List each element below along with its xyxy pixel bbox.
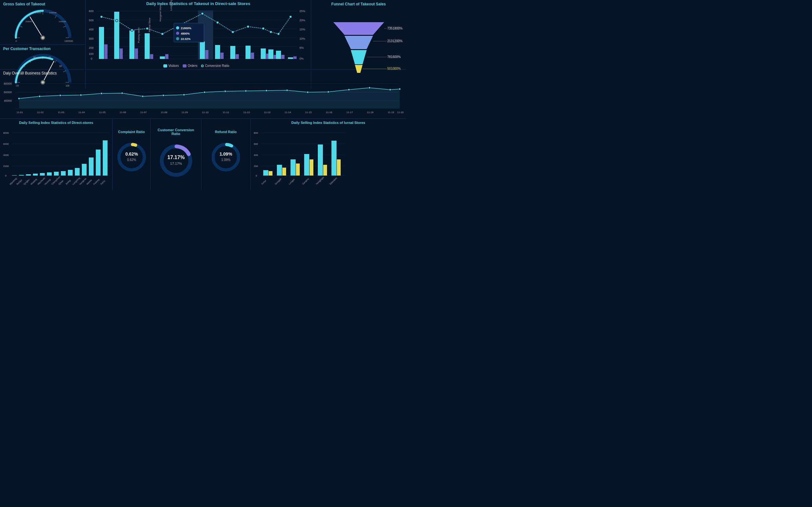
svg-point-87: [247, 25, 249, 28]
complaint-card: Complaint Ratio 0.62% 0.62%: [113, 119, 151, 190]
svg-text:4000: 4000: [3, 154, 9, 157]
gross-sales-gauge: 0 200000 600000 1000000 1200000 1400000: [3, 8, 82, 43]
svg-text:800: 800: [254, 131, 258, 134]
svg-text:11-12: 11-12: [243, 111, 250, 114]
svg-rect-54: [104, 44, 107, 59]
svg-rect-77: [288, 57, 293, 59]
svg-rect-66: [220, 53, 223, 59]
per-customer-title: Per Customer Transaction: [3, 47, 50, 51]
svg-point-150: [389, 89, 391, 91]
legend-orders: Orders: [188, 64, 198, 67]
svg-rect-191: [75, 168, 80, 176]
svg-rect-236: [291, 159, 296, 176]
svg-point-148: [348, 89, 350, 91]
svg-text:5%: 5%: [299, 46, 304, 49]
svg-text:4800%: 4800%: [181, 32, 190, 35]
svg-rect-71: [261, 49, 266, 59]
svg-rect-60: [150, 54, 153, 59]
svg-text:501000%: 501000%: [387, 67, 401, 70]
svg-line-5: [63, 26, 66, 27]
lurnal-stores-card: Daily Selling Index Statistics of lurnal…: [251, 119, 406, 190]
svg-rect-239: [310, 159, 313, 176]
svg-point-135: [80, 94, 82, 96]
svg-text:11-01: 11-01: [16, 111, 23, 114]
svg-line-20: [55, 60, 56, 63]
chart-legend: Visitors Orders Conversion Ratio: [88, 64, 308, 67]
svg-text:1.09%: 1.09%: [221, 158, 230, 162]
svg-point-91: [289, 15, 292, 18]
svg-rect-57: [130, 31, 135, 59]
svg-rect-235: [282, 168, 286, 176]
svg-text:Longming Store: Longming Store: [170, 0, 172, 11]
svg-text:Qingpu: Qingpu: [23, 179, 30, 186]
svg-text:Pudong: Pudong: [93, 178, 100, 186]
svg-point-151: [399, 88, 401, 90]
svg-text:Ganghui: Ganghui: [302, 177, 310, 185]
svg-text:Xuhui: Xuhui: [100, 180, 106, 185]
svg-rect-61: [160, 56, 165, 59]
svg-rect-190: [68, 170, 72, 176]
svg-text:11-09: 11-09: [182, 111, 188, 114]
svg-rect-69: [246, 46, 251, 59]
svg-text:Husong: Husong: [44, 178, 51, 186]
svg-point-218: [213, 145, 239, 170]
svg-text:22.02%: 22.02%: [181, 38, 191, 41]
row1: Gross Sales of Takeout: [0, 0, 406, 70]
svg-rect-193: [89, 158, 94, 176]
legend-conversion: Conversion Ratio: [205, 64, 229, 67]
svg-rect-240: [318, 145, 323, 176]
svg-point-110: [176, 37, 179, 40]
svg-point-79: [100, 15, 103, 18]
svg-rect-62: [165, 54, 168, 59]
svg-text:300: 300: [89, 37, 94, 40]
svg-text:600: 600: [254, 143, 258, 146]
svg-text:1000000: 1000000: [49, 12, 57, 14]
svg-point-144: [265, 90, 267, 92]
svg-text:25%: 25%: [299, 9, 305, 13]
svg-rect-237: [296, 164, 300, 176]
svg-text:Maoming: Maoming: [9, 177, 17, 185]
svg-rect-243: [337, 159, 341, 176]
svg-point-146: [307, 91, 309, 93]
svg-rect-65: [215, 45, 220, 59]
svg-text:11-19: 11-19: [388, 111, 394, 114]
svg-text:80: 80: [59, 65, 62, 67]
svg-point-137: [121, 92, 123, 94]
refund-card: Refund Ratio 1.09% 1.09%: [201, 119, 251, 190]
svg-point-140: [183, 94, 185, 96]
svg-rect-241: [323, 165, 327, 176]
svg-text:Longpo: Longpo: [288, 178, 295, 185]
direct-stores-card: Daily Selling Index Statistics of Direct…: [0, 119, 113, 190]
svg-text:Pudong Store: Pudong Store: [137, 27, 140, 43]
svg-text:Xuhui: Xuhui: [261, 179, 266, 185]
svg-rect-184: [26, 174, 31, 176]
svg-text:40: 40: [33, 56, 36, 58]
svg-rect-73: [268, 49, 273, 59]
svg-point-83: [161, 33, 164, 35]
svg-text:Jiuting: Jiuting: [65, 179, 71, 185]
svg-point-141: [204, 91, 206, 93]
svg-text:Wujiang: Wujiang: [30, 178, 38, 186]
svg-marker-131: [19, 88, 400, 108]
svg-text:8000: 8000: [3, 131, 9, 134]
svg-text:11-03: 11-03: [58, 111, 64, 114]
svg-text:0%: 0%: [299, 57, 304, 60]
svg-point-86: [232, 31, 234, 33]
svg-rect-53: [99, 27, 104, 59]
svg-text:Nangjinglu: Nangjinglu: [315, 176, 324, 185]
svg-text:80000: 80000: [4, 82, 12, 85]
svg-text:400: 400: [254, 154, 258, 157]
svg-point-145: [286, 89, 288, 91]
svg-text:0: 0: [91, 57, 92, 60]
svg-text:200: 200: [254, 165, 258, 168]
svg-text:20%: 20%: [299, 19, 305, 22]
svg-text:11-15: 11-15: [305, 111, 312, 114]
direct-stores-title: Daily Selling Index Statistics of Direct…: [3, 121, 110, 124]
svg-point-143: [245, 90, 247, 92]
svg-rect-63: [200, 42, 205, 59]
svg-point-85: [216, 21, 219, 24]
conversion-title: Customer Conversion Ratio: [153, 128, 199, 135]
conversion-card: Customer Conversion Ratio 17.17% 17.17%: [151, 119, 201, 190]
svg-text:11-08: 11-08: [161, 111, 167, 114]
svg-rect-189: [61, 171, 66, 176]
